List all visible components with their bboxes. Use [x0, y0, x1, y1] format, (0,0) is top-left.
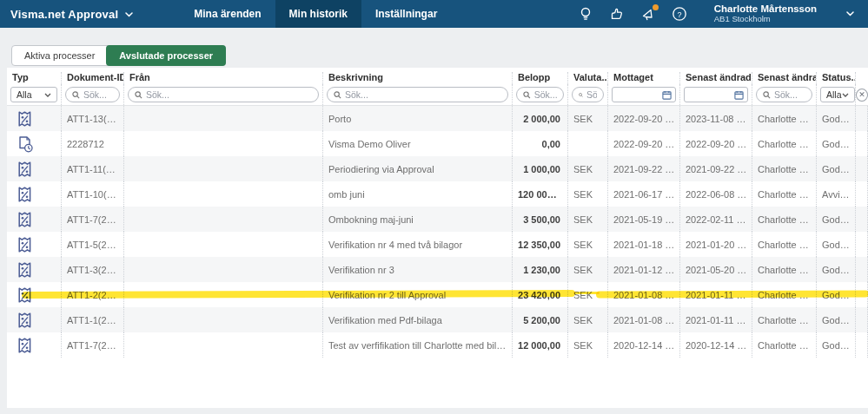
search-icon — [334, 91, 341, 99]
filter-status-select[interactable]: Alla — [820, 87, 855, 102]
type-cell — [7, 332, 62, 358]
amount-cell: 1 000,00 — [513, 156, 568, 181]
help-icon[interactable]: ? — [671, 5, 688, 23]
last-changed-cell: 2021-01-20 09:18 — [680, 232, 752, 257]
col-header-fran[interactable]: Från — [124, 72, 323, 84]
type-cell — [7, 307, 62, 332]
from-cell — [124, 232, 323, 257]
col-header-senast-andrad-av[interactable]: Senast ändrad a... — [752, 72, 817, 84]
from-cell — [124, 307, 323, 332]
voucher-icon — [17, 110, 32, 128]
currency-cell: SEK — [568, 156, 608, 181]
table-row[interactable]: ATT1-1(2021-1-8) Verifikation med Pdf-bi… — [7, 307, 868, 332]
doc-id-cell: ATT1-1(2021-1-8) — [62, 307, 124, 332]
col-header-valuta[interactable]: Valuta... — [568, 72, 608, 84]
process-tabs-strip: Aktiva processer Avslutade processer — [0, 28, 868, 68]
currency-cell: SEK — [568, 232, 608, 257]
search-icon — [72, 91, 80, 99]
status-cell: Godkänd — [817, 106, 856, 131]
col-header-beskrivning[interactable]: Beskrivning — [323, 72, 513, 84]
filter-belopp-search[interactable]: Sök... — [516, 87, 564, 102]
search-icon — [135, 91, 142, 99]
main-nav: Mina ärenden Min historik Inställningar — [180, 0, 451, 28]
amount-cell: 2 000,00 — [513, 106, 568, 131]
nav-mina-arenden[interactable]: Mina ärenden — [180, 0, 275, 28]
lightbulb-icon[interactable] — [577, 5, 594, 23]
filter-senast-andrad-av-search[interactable]: Sök... — [756, 87, 812, 102]
last-changed-cell: 2020-12-14 16:04 — [680, 332, 752, 358]
user-menu[interactable]: Charlotte Mårtensson AB1 Stockholm — [714, 3, 817, 24]
filter-mottaget-date[interactable] — [612, 87, 676, 102]
description-cell: Visma Demo Oliver — [323, 131, 513, 156]
table-row[interactable]: ATT1-10(2021-6-17) omb juni 120 000,00 S… — [7, 181, 868, 207]
chevron-down-icon — [842, 93, 849, 97]
tab-aktiva-processer[interactable]: Aktiva processer — [12, 46, 107, 65]
received-cell: 2021-09-22 13:29 — [608, 156, 680, 181]
feedback-thumbs-up-icon[interactable] — [608, 5, 626, 23]
amount-cell: 120 000,00 — [513, 181, 568, 207]
table-row[interactable]: ATT1-7(2020-12-14) Test av verfifikation… — [7, 332, 868, 358]
filter-beskrivning-search[interactable]: Sök... — [327, 87, 508, 102]
row-spacer-cell — [856, 106, 868, 131]
last-changed-cell: 2023-11-08 14:43 — [680, 106, 752, 131]
received-cell: 2021-05-19 20:42 — [608, 207, 680, 232]
description-cell: Periodiering via Approval — [323, 156, 513, 181]
announcements-megaphone-icon[interactable] — [639, 5, 657, 23]
history-table: Typ Dokument-ID Från Beskrivning Belopp … — [7, 68, 868, 408]
type-cell — [7, 156, 62, 181]
voucher-icon — [17, 236, 32, 253]
col-header-typ[interactable]: Typ — [7, 72, 62, 84]
amount-cell: 5 200,00 — [513, 307, 568, 332]
doc-id-cell: ATT1-7(2020-12-14) — [62, 332, 124, 358]
top-navbar: Visma.net Approval Mina ärenden Min hist… — [0, 0, 868, 28]
svg-text:?: ? — [677, 10, 681, 19]
row-spacer-cell — [856, 181, 868, 207]
received-cell: 2021-01-08 12:16 — [608, 282, 680, 307]
tab-avslutade-processer[interactable]: Avslutade processer — [106, 45, 226, 66]
filter-fran-search[interactable]: Sök... — [128, 87, 319, 102]
type-cell — [7, 131, 62, 156]
table-row[interactable]: ATT1-5(2021-1-18) Verifikation nr 4 med … — [7, 232, 868, 257]
doc-id-cell: 2228712 — [62, 131, 124, 156]
table-row[interactable]: ATT1-13(2021-9-23) Porto 2 000,00 SEK 20… — [7, 106, 868, 131]
table-row[interactable]: ATT1-7(2021-5-19) Ombokning maj-juni 3 5… — [7, 207, 868, 232]
table-row[interactable]: ATT1-11(2021-9-22) Periodiering via Appr… — [7, 156, 868, 181]
last-changed-cell: 2022-09-20 13:01 — [680, 131, 752, 156]
amount-cell: 1 230,00 — [513, 257, 568, 282]
table-row[interactable]: ATT1-3(2021-1-12) Verifikation nr 3 1 23… — [7, 257, 868, 282]
voucher-icon — [17, 211, 32, 228]
clear-filters-icon[interactable]: ✕ — [856, 89, 868, 102]
filter-dokument-id-search[interactable]: Sök... — [65, 87, 120, 102]
filter-senast-andrad-date[interactable] — [684, 87, 748, 102]
row-spacer-cell — [856, 131, 868, 156]
app-switcher[interactable]: Visma.net Approval — [0, 0, 143, 28]
table-row[interactable]: ATT1-2(2021-1-8) Verifikation nr 2 till … — [7, 282, 868, 307]
last-changed-cell: 2021-09-22 13:34 — [680, 156, 752, 181]
col-header-mottaget[interactable]: Mottaget — [608, 72, 680, 84]
invoice-clock-icon — [17, 135, 34, 153]
changed-by-cell: Charlotte Mårten... — [752, 106, 817, 131]
changed-by-cell: Charlotte Mårten... — [752, 282, 817, 307]
status-cell: Godkänd — [817, 156, 856, 181]
col-header-belopp[interactable]: Belopp — [513, 72, 568, 84]
amount-cell: 23 420,00 — [513, 282, 568, 307]
nav-min-historik[interactable]: Min historik — [275, 0, 361, 28]
doc-id-cell: ATT1-3(2021-1-12) — [62, 257, 124, 282]
filter-typ-select[interactable]: Alla — [10, 87, 57, 102]
currency-cell — [568, 131, 608, 156]
currency-cell: SEK — [568, 181, 608, 207]
status-cell: Godkänd — [817, 307, 856, 332]
chevron-down-icon[interactable] — [846, 11, 854, 16]
navbar-right: ? Charlotte Mårtensson AB1 Stockholm — [577, 0, 868, 28]
col-header-status[interactable]: Status... — [817, 72, 856, 84]
search-icon — [579, 91, 583, 99]
table-row[interactable]: 2228712 Visma Demo Oliver 0,00 2022-09-2… — [7, 131, 868, 156]
table-header-row: Typ Dokument-ID Från Beskrivning Belopp … — [7, 68, 868, 84]
filter-valuta-search[interactable]: Sök. — [572, 87, 604, 102]
description-cell: Verifikation nr 2 till Approval — [323, 282, 513, 307]
amount-cell: 12 350,00 — [513, 232, 568, 257]
table-body: ATT1-13(2021-9-23) Porto 2 000,00 SEK 20… — [7, 106, 868, 358]
nav-installningar[interactable]: Inställningar — [361, 0, 451, 28]
col-header-dokument-id[interactable]: Dokument-ID — [62, 72, 124, 84]
col-header-senast-andrad[interactable]: Senast ändrad — [680, 72, 752, 84]
